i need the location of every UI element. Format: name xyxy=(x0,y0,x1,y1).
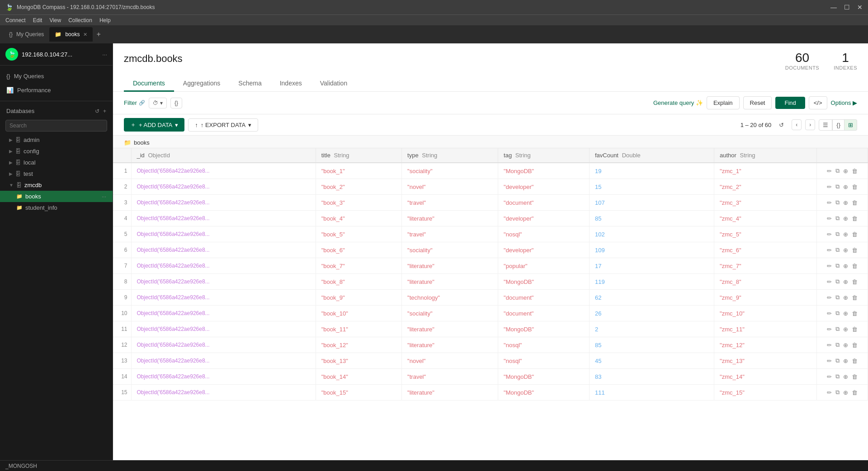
edit-row-button[interactable]: ✏ xyxy=(826,214,833,223)
find-button[interactable]: Find xyxy=(775,97,805,109)
export-data-button[interactable]: ↑ ↑ EXPORT DATA ▾ xyxy=(188,118,258,132)
db-item-zmcdb[interactable]: ▼ 🗄 zmcdb xyxy=(0,179,113,191)
delete-row-button[interactable]: 🗑 xyxy=(851,277,859,286)
menu-collection[interactable]: Collection xyxy=(68,17,92,24)
edit-row-button[interactable]: ✏ xyxy=(826,166,833,175)
delete-row-button[interactable]: 🗑 xyxy=(851,261,859,270)
copy-row-button[interactable]: ⧉ xyxy=(835,182,840,191)
tab-indexes[interactable]: Indexes xyxy=(271,76,311,92)
clone-row-button[interactable]: ⊕ xyxy=(842,356,849,365)
db-item-config[interactable]: ▶ 🗄 config xyxy=(0,146,113,157)
edit-row-button[interactable]: ✏ xyxy=(826,182,833,191)
db-item-admin[interactable]: ▶ 🗄 admin xyxy=(0,134,113,146)
copy-row-button[interactable]: ⧉ xyxy=(835,356,840,365)
sidebar-item-my-queries[interactable]: {} My Queries xyxy=(0,69,113,83)
copy-row-button[interactable]: ⧉ xyxy=(835,198,840,207)
collection-item-books[interactable]: 📁 books ··· xyxy=(0,191,113,202)
clone-row-button[interactable]: ⊕ xyxy=(842,182,849,191)
copy-row-button[interactable]: ⧉ xyxy=(835,293,840,302)
edit-row-button[interactable]: ✏ xyxy=(826,372,833,381)
delete-row-button[interactable]: 🗑 xyxy=(851,293,859,302)
edit-row-button[interactable]: ✏ xyxy=(826,230,833,239)
copy-row-button[interactable]: ⧉ xyxy=(835,340,840,349)
edit-row-button[interactable]: ✏ xyxy=(826,277,833,286)
tab-schema[interactable]: Schema xyxy=(229,76,270,92)
tab-documents[interactable]: Documents xyxy=(124,76,174,92)
refresh-databases-button[interactable]: ↺ xyxy=(95,108,99,114)
clone-row-button[interactable]: ⊕ xyxy=(842,372,849,381)
copy-row-button[interactable]: ⧉ xyxy=(835,388,840,397)
clone-row-button[interactable]: ⊕ xyxy=(842,245,849,254)
filter-link[interactable]: Filter 🔗 xyxy=(124,99,145,106)
delete-row-button[interactable]: 🗑 xyxy=(851,388,859,397)
delete-row-button[interactable]: 🗑 xyxy=(851,325,859,334)
tab-books[interactable]: 📁 books ✕ xyxy=(49,27,93,42)
menu-help[interactable]: Help xyxy=(99,17,111,24)
edit-row-button[interactable]: ✏ xyxy=(826,309,833,318)
clone-row-button[interactable]: ⊕ xyxy=(842,340,849,349)
options-button[interactable]: Options ▶ xyxy=(831,99,857,106)
clone-row-button[interactable]: ⊕ xyxy=(842,230,849,239)
add-database-button[interactable]: + xyxy=(103,108,106,114)
clone-row-button[interactable]: ⊕ xyxy=(842,214,849,223)
clone-row-button[interactable]: ⊕ xyxy=(842,293,849,302)
delete-row-button[interactable]: 🗑 xyxy=(851,356,859,365)
edit-row-button[interactable]: ✏ xyxy=(826,293,833,302)
list-view-button[interactable]: ☰ xyxy=(819,119,832,131)
refresh-button[interactable]: ↺ xyxy=(775,119,788,131)
delete-row-button[interactable]: 🗑 xyxy=(851,230,859,239)
json-view-button[interactable]: {} xyxy=(832,119,844,131)
copy-row-button[interactable]: ⧉ xyxy=(835,309,840,318)
braces-button[interactable]: {} xyxy=(170,98,182,108)
edit-row-button[interactable]: ✏ xyxy=(826,245,833,254)
clone-row-button[interactable]: ⊕ xyxy=(842,388,849,397)
maximize-button[interactable]: ☐ xyxy=(844,4,850,11)
generate-query-button[interactable]: Generate query ✨ xyxy=(653,99,703,106)
copy-row-button[interactable]: ⧉ xyxy=(835,245,840,254)
copy-row-button[interactable]: ⧉ xyxy=(835,230,840,239)
db-item-test[interactable]: ▶ 🗄 test xyxy=(0,168,113,179)
time-button[interactable]: ⏱ ▾ xyxy=(149,98,167,108)
clone-row-button[interactable]: ⊕ xyxy=(842,198,849,207)
clone-row-button[interactable]: ⊕ xyxy=(842,166,849,175)
edit-row-button[interactable]: ✏ xyxy=(826,325,833,334)
tab-validation[interactable]: Validation xyxy=(311,76,356,92)
menu-view[interactable]: View xyxy=(49,17,61,24)
close-button[interactable]: ✕ xyxy=(857,4,863,11)
explain-button[interactable]: Explain xyxy=(707,96,740,109)
search-input[interactable] xyxy=(5,120,107,132)
delete-row-button[interactable]: 🗑 xyxy=(851,245,859,254)
delete-row-button[interactable]: 🗑 xyxy=(851,182,859,191)
grid-view-button[interactable]: ⊞ xyxy=(844,119,857,131)
edit-row-button[interactable]: ✏ xyxy=(826,340,833,349)
tab-books-close[interactable]: ✕ xyxy=(83,32,87,38)
clone-row-button[interactable]: ⊕ xyxy=(842,309,849,318)
add-data-button[interactable]: ＋ + ADD DATA ▾ xyxy=(124,118,184,132)
prev-page-button[interactable]: ‹ xyxy=(792,119,802,130)
copy-row-button[interactable]: ⧉ xyxy=(835,261,840,270)
edit-row-button[interactable]: ✏ xyxy=(826,388,833,397)
embed-button[interactable]: </> xyxy=(809,96,827,109)
edit-row-button[interactable]: ✏ xyxy=(826,261,833,270)
edit-row-button[interactable]: ✏ xyxy=(826,356,833,365)
copy-row-button[interactable]: ⧉ xyxy=(835,214,840,223)
menu-connect[interactable]: Connect xyxy=(5,17,26,24)
tab-my-queries[interactable]: {} My Queries xyxy=(4,27,49,42)
tab-aggregations[interactable]: Aggregations xyxy=(174,76,230,92)
collection-more-button[interactable]: ··· xyxy=(102,193,106,200)
delete-row-button[interactable]: 🗑 xyxy=(851,340,859,349)
sidebar-databases-header[interactable]: Databases ↺ + xyxy=(0,105,113,117)
next-page-button[interactable]: › xyxy=(805,119,815,130)
db-item-local[interactable]: ▶ 🗄 local xyxy=(0,157,113,168)
edit-row-button[interactable]: ✏ xyxy=(826,198,833,207)
reset-button[interactable]: Reset xyxy=(743,96,772,109)
copy-row-button[interactable]: ⧉ xyxy=(835,325,840,334)
delete-row-button[interactable]: 🗑 xyxy=(851,214,859,223)
sidebar-more-button[interactable]: ··· xyxy=(102,51,107,58)
menu-edit[interactable]: Edit xyxy=(33,17,42,24)
copy-row-button[interactable]: ⧉ xyxy=(835,277,840,286)
delete-row-button[interactable]: 🗑 xyxy=(851,309,859,318)
delete-row-button[interactable]: 🗑 xyxy=(851,372,859,381)
sidebar-item-performance[interactable]: 📊 Performance xyxy=(0,83,113,97)
mongosh-label[interactable]: _MONGOSH xyxy=(5,463,37,469)
